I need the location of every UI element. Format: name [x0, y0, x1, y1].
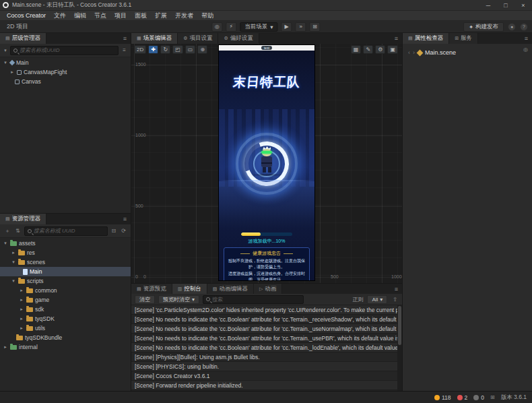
log-entry[interactable]: [Scene] [Physics][Bullet]: Using asm.js …: [131, 352, 402, 362]
pen-tool-icon[interactable]: ✎: [363, 45, 373, 54]
filter-icon[interactable]: ▼: [3, 49, 7, 53]
toggle-2d-button[interactable]: 2D: [134, 45, 146, 54]
add-asset-icon[interactable]: ＋: [3, 227, 11, 235]
rect-tool-icon[interactable]: ▭: [185, 45, 196, 54]
sort-icon[interactable]: ⇅: [14, 228, 22, 234]
user-avatar[interactable]: ●: [508, 23, 516, 31]
scrollbar-thumb[interactable]: [398, 306, 401, 345]
hierarchy-node-main[interactable]: ▾ Main: [0, 58, 131, 67]
menu-file[interactable]: 文件: [50, 11, 70, 20]
collapse-all-icon[interactable]: ⊟: [110, 228, 118, 234]
hierarchy-tab[interactable]: ▤ 层级管理器: [0, 33, 46, 44]
log-entry[interactable]: [Scene] Forward render pipeline initiali…: [131, 381, 402, 390]
hierarchy-node-canvas[interactable]: Canvas: [0, 77, 131, 86]
scene-gear-icon[interactable]: ⚙: [375, 45, 385, 54]
chevron-right-icon[interactable]: ▸: [19, 297, 24, 303]
scene-viewport[interactable]: 2D ✚ ↻ ◰ ▭ ⊕ ▦ ✎ ⚙ ▣ 1500 1000 500 0: [131, 44, 402, 283]
editor-menu-icon[interactable]: ≡: [391, 33, 402, 44]
regex-toggle[interactable]: 正则: [352, 296, 363, 303]
move-tool-icon[interactable]: ✚: [148, 45, 158, 54]
gizmo-settings-icon[interactable]: ▦: [351, 45, 362, 54]
console-menu-icon[interactable]: ≡: [391, 284, 402, 294]
console-search-input[interactable]: [212, 297, 300, 303]
clear-console-button[interactable]: 清空: [135, 295, 155, 304]
chevron-down-icon[interactable]: ▾: [11, 259, 16, 265]
inspected-node-row[interactable]: ‹ › Main.scene: [403, 48, 532, 57]
help-button[interactable]: ?: [520, 23, 528, 31]
refresh-icon[interactable]: ⟳: [120, 228, 127, 234]
log-entry[interactable]: [Scene] No needs to indicate the 'cc.Boo…: [131, 324, 402, 334]
close-button[interactable]: ×: [514, 0, 532, 11]
log-entry[interactable]: [Scene] Cocos Creator v3.6.1: [131, 371, 402, 381]
asset-row-scenes[interactable]: ▾ scenes: [0, 257, 131, 267]
chevron-right-icon[interactable]: ▸: [19, 288, 24, 293]
asset-row-game[interactable]: ▸ game: [0, 295, 131, 305]
step-button[interactable]: »: [296, 22, 306, 32]
grid-icon[interactable]: ⊞: [490, 394, 495, 400]
asset-row-scripts[interactable]: ▾ scripts: [0, 276, 131, 286]
tab-preferences[interactable]: ⚙ 偏好设置: [218, 33, 259, 44]
tab-console[interactable]: ▥ 控制台: [172, 284, 207, 294]
menu-extension[interactable]: 扩展: [151, 11, 171, 20]
export-log-icon[interactable]: ⇪: [391, 297, 399, 303]
clear-mode-dropdown[interactable]: 预览时清空 ▾: [158, 295, 199, 304]
assets-search-input[interactable]: [34, 228, 104, 234]
rotate-tool-icon[interactable]: ↻: [160, 45, 170, 54]
asset-row-main-scene[interactable]: Main: [0, 267, 131, 276]
hierarchy-node-canvasmapfight[interactable]: ▸ CanvasMapFight: [0, 67, 131, 77]
menu-cocos-creator[interactable]: Cocos Creator: [3, 11, 50, 20]
hierarchy-options-icon[interactable]: ≡: [121, 47, 127, 53]
asset-row-sdk[interactable]: ▸ sdk: [0, 305, 131, 314]
tab-project-settings[interactable]: ⚙ 项目设置: [178, 33, 218, 44]
asset-row-res[interactable]: ▸ res: [0, 248, 131, 257]
tab-animation[interactable]: ▷ 动画: [254, 284, 282, 294]
asset-row-tyqsdk[interactable]: ▸ tyqSDK: [0, 314, 131, 323]
tab-inspector[interactable]: ▤ 属性检查器: [403, 33, 449, 44]
chevron-right-icon[interactable]: ▸: [3, 344, 8, 350]
asset-row-utils[interactable]: ▸ utils: [0, 323, 131, 333]
log-entry[interactable]: [Scene] 'cc.ParticleSystem2D.color' hide…: [131, 305, 402, 315]
quick-run-icon[interactable]: ⚡: [226, 22, 236, 32]
anchor-tool-icon[interactable]: ⊕: [197, 45, 207, 54]
chevron-down-icon[interactable]: ▾: [3, 241, 8, 246]
hierarchy-search-input[interactable]: [20, 47, 115, 53]
menu-node[interactable]: 节点: [90, 11, 110, 20]
error-counter[interactable]: 2: [457, 394, 468, 401]
chevron-right-icon[interactable]: ▸: [19, 307, 24, 312]
asset-row-common[interactable]: ▸ common: [0, 286, 131, 295]
log-level-dropdown[interactable]: All ▾: [367, 295, 387, 304]
assets-menu-icon[interactable]: ≡: [119, 214, 131, 224]
build-publish-button[interactable]: ✦ 构建发布: [463, 22, 504, 32]
preview-device-icon[interactable]: ◎: [211, 22, 222, 32]
assets-tab[interactable]: ▤ 资源管理器: [0, 214, 46, 224]
log-entry[interactable]: [Scene] No needs to indicate the 'cc.Boo…: [131, 334, 402, 343]
tab-asset-preview[interactable]: ▤ 资源预览: [131, 284, 172, 294]
console-scrollbar[interactable]: [397, 305, 402, 391]
scale-tool-icon[interactable]: ◰: [172, 45, 183, 54]
asset-row-internal[interactable]: ▸ internal: [0, 342, 131, 352]
tab-scene-editor[interactable]: ▦ 场景编辑器: [131, 33, 178, 44]
asset-row-assets[interactable]: ▾ assets: [0, 239, 131, 248]
menu-developer[interactable]: 开发者: [171, 11, 197, 20]
menu-project[interactable]: 项目: [110, 11, 131, 20]
play-button[interactable]: ▶: [281, 22, 292, 32]
tab-service[interactable]: ⊞ 服务: [449, 33, 478, 44]
layout-button[interactable]: ⊞: [310, 22, 321, 32]
warning-counter[interactable]: 118: [434, 394, 451, 401]
muted-counter[interactable]: 0: [473, 394, 484, 401]
chevron-right-icon[interactable]: ▸: [9, 69, 15, 75]
asset-row-tyqsdkbundle[interactable]: tyqSDKBundle: [0, 333, 131, 342]
chevron-right-icon[interactable]: ▸: [11, 250, 16, 255]
tab-animation-editor[interactable]: ▧ 动画编辑器: [207, 284, 254, 294]
hierarchy-menu-icon[interactable]: ≡: [119, 33, 131, 44]
chevron-down-icon[interactable]: ▾: [11, 278, 16, 284]
inspector-menu-icon[interactable]: ≡: [521, 33, 532, 44]
chevron-right-icon[interactable]: ▸: [19, 316, 24, 321]
chevron-down-icon[interactable]: ▾: [3, 60, 8, 65]
menu-edit[interactable]: 编辑: [70, 11, 90, 20]
fullscreen-icon[interactable]: ▣: [387, 45, 398, 54]
maximize-button[interactable]: □: [497, 0, 514, 11]
forward-icon[interactable]: ›: [413, 49, 415, 56]
log-entry[interactable]: [Scene] No needs to indicate the 'cc.Boo…: [131, 343, 402, 352]
log-entry[interactable]: [Scene] No needs to indicate the 'cc.Boo…: [131, 315, 402, 324]
